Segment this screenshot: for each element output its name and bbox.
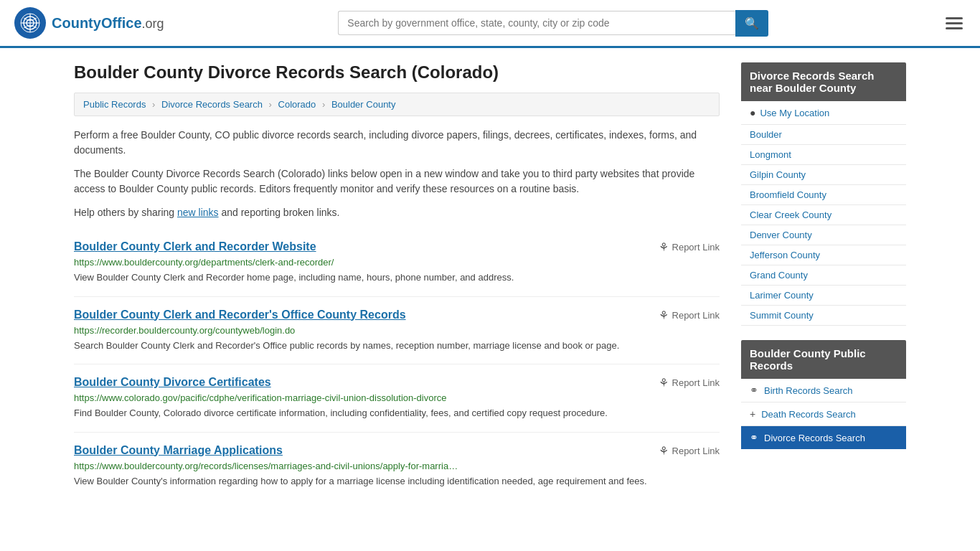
report-icon-1: ⚘: [659, 240, 669, 254]
report-link-2[interactable]: ⚘ Report Link: [659, 309, 720, 322]
search-icon: 🔍: [745, 17, 759, 29]
nearby-place-3[interactable]: Broomfield County: [741, 185, 906, 205]
nearby-place-2[interactable]: Gilpin County: [741, 165, 906, 185]
result-item: Boulder County Marriage Applications ⚘ R…: [74, 433, 720, 500]
results-list: Boulder County Clerk and Recorder Websit…: [74, 229, 720, 499]
location-icon: ●: [750, 107, 755, 118]
sidebar: Divorce Records Search near Boulder Coun…: [741, 62, 906, 499]
plus-icon: +: [750, 408, 755, 420]
report-link-3[interactable]: ⚘ Report Link: [659, 376, 720, 390]
search-input[interactable]: [338, 11, 735, 35]
breadcrumb-colorado[interactable]: Colorado: [278, 99, 316, 110]
result-desc-2: Search Boulder County Clerk and Recorder…: [74, 339, 720, 353]
page-title: Boulder County Divorce Records Search (C…: [74, 62, 720, 83]
result-title-2[interactable]: Boulder County Clerk and Recorder's Offi…: [74, 309, 406, 321]
description-3: Help others by sharing new links and rep…: [74, 205, 720, 220]
result-title-4[interactable]: Boulder County Marriage Applications: [74, 444, 283, 457]
nearby-place-7[interactable]: Grand County: [741, 265, 906, 286]
result-item: Boulder County Clerk and Recorder's Offi…: [74, 297, 720, 365]
new-links-link[interactable]: new links: [177, 207, 219, 218]
breadcrumb-divorce-records[interactable]: Divorce Records Search: [161, 99, 263, 110]
result-desc-4: View Boulder County's information regard…: [74, 474, 720, 489]
report-icon-3: ⚘: [659, 376, 669, 390]
report-link-4[interactable]: ⚘ Report Link: [659, 444, 720, 458]
nearby-place-8[interactable]: Larimer County: [741, 286, 906, 306]
result-url-2: https://recorder.bouldercounty.org/count…: [74, 325, 720, 336]
logo[interactable]: CountyOffice.org: [14, 7, 164, 39]
logo-icon: [14, 7, 46, 39]
breadcrumb: Public Records › Divorce Records Search …: [74, 93, 720, 116]
breadcrumb-boulder-county[interactable]: Boulder County: [331, 99, 396, 110]
result-title-3[interactable]: Boulder County Divorce Certificates: [74, 376, 271, 389]
nearby-place-0[interactable]: Boulder: [741, 125, 906, 145]
birth-icon: ⚭: [750, 385, 758, 396]
logo-text: CountyOffice.org: [52, 15, 164, 32]
search-button[interactable]: 🔍: [735, 10, 768, 37]
result-title-1[interactable]: Boulder County Clerk and Recorder Websit…: [74, 240, 316, 253]
result-item: Boulder County Divorce Certificates ⚘ Re…: [74, 364, 720, 433]
nearby-place-1[interactable]: Longmont: [741, 145, 906, 165]
divorce-records-item[interactable]: ⚭ Divorce Records Search: [741, 426, 906, 449]
result-desc-3: Find Boulder County, Colorado divorce ce…: [74, 406, 720, 420]
result-desc-1: View Boulder County Clerk and Recorder h…: [74, 270, 720, 285]
report-link-1[interactable]: ⚘ Report Link: [659, 240, 720, 254]
report-icon-2: ⚘: [659, 309, 669, 322]
description-1: Perform a free Boulder County, CO public…: [74, 128, 720, 158]
nearby-header: Divorce Records Search near Boulder Coun…: [741, 62, 906, 101]
public-records-header: Boulder County Public Records: [741, 340, 906, 379]
nearby-place-4[interactable]: Clear Creek County: [741, 205, 906, 225]
report-icon-4: ⚘: [659, 444, 669, 458]
menu-button[interactable]: [943, 14, 966, 32]
use-my-location[interactable]: ● Use My Location: [741, 101, 906, 125]
result-url-3: https://www.colorado.gov/pacific/cdphe/v…: [74, 392, 720, 403]
death-records-item[interactable]: + Death Records Search: [741, 402, 906, 426]
result-url-1: https://www.bouldercounty.org/department…: [74, 257, 720, 268]
breadcrumb-public-records[interactable]: Public Records: [83, 99, 146, 110]
nearby-place-9[interactable]: Summit County: [741, 306, 906, 326]
result-url-4: https://www.bouldercounty.org/records/li…: [74, 461, 720, 471]
divorce-icon: ⚭: [750, 432, 758, 443]
description-2: The Boulder County Divorce Records Searc…: [74, 166, 720, 197]
use-my-location-link[interactable]: Use My Location: [760, 108, 829, 118]
result-item: Boulder County Clerk and Recorder Websit…: [74, 229, 720, 297]
nearby-place-5[interactable]: Denver County: [741, 225, 906, 245]
birth-records-item[interactable]: ⚭ Birth Records Search: [741, 379, 906, 402]
nearby-place-6[interactable]: Jefferson County: [741, 245, 906, 265]
public-records-section: Boulder County Public Records ⚭ Birth Re…: [741, 340, 906, 449]
nearby-section: Divorce Records Search near Boulder Coun…: [741, 62, 906, 326]
